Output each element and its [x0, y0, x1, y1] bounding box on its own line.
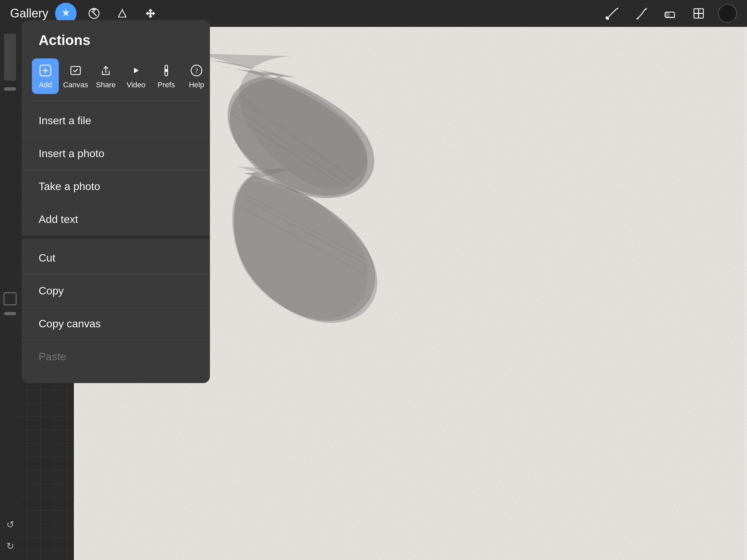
tab-canvas[interactable]: Canvas [62, 58, 89, 94]
toolbar-right [602, 4, 737, 23]
add-tab-icon [38, 63, 53, 78]
svg-rect-24 [165, 69, 168, 72]
actions-panel: Actions Add Canvas [22, 20, 210, 383]
copy-item[interactable]: Copy [22, 275, 210, 308]
color-picker[interactable] [718, 4, 737, 23]
svg-rect-22 [71, 66, 80, 75]
left-sidebar: ↺ ↻ [0, 27, 20, 560]
divider-top [32, 101, 200, 101]
brush-size-slider[interactable] [4, 33, 16, 81]
tab-help-label: Help [189, 81, 204, 89]
tab-add[interactable]: Add [32, 58, 59, 94]
menu-section-1: Insert a file Insert a photo Take a phot… [22, 104, 210, 236]
insert-file-item[interactable]: Insert a file [22, 104, 210, 137]
opacity-slider[interactable] [4, 312, 16, 315]
tab-help[interactable]: ? Help [183, 58, 210, 94]
size-indicator [4, 87, 16, 91]
redo-button[interactable]: ↻ [3, 538, 18, 553]
layers-tool-icon[interactable] [689, 4, 708, 23]
menu-section-2: Cut Copy Copy canvas Paste [22, 242, 210, 373]
tab-prefs-label: Prefs [157, 81, 175, 89]
add-text-item[interactable]: Add text [22, 203, 210, 236]
svg-rect-4 [665, 12, 670, 18]
svg-rect-7 [699, 9, 703, 14]
brush-tool-icon[interactable] [602, 4, 621, 23]
section-divider [22, 236, 210, 238]
copy-canvas-item[interactable]: Copy canvas [22, 308, 210, 341]
tab-video[interactable]: Video [123, 58, 150, 94]
canvas-tab-icon [68, 63, 83, 78]
tab-share[interactable]: Share [93, 58, 119, 94]
tab-add-label: Add [38, 81, 52, 89]
svg-line-1 [607, 9, 617, 18]
smudge-tool-icon[interactable] [632, 4, 650, 23]
cut-item[interactable]: Cut [22, 242, 210, 275]
help-tab-icon: ? [189, 63, 204, 78]
prefs-tab-icon [159, 63, 174, 78]
svg-rect-6 [694, 9, 699, 14]
svg-text:?: ? [195, 66, 198, 75]
svg-rect-9 [699, 14, 703, 18]
actions-title: Actions [22, 20, 210, 55]
actions-tabs: Add Canvas Share [22, 55, 210, 101]
tab-share-label: Share [96, 81, 116, 89]
svg-rect-8 [694, 14, 699, 18]
eraser-tool-icon[interactable] [660, 4, 679, 23]
gallery-button[interactable]: Gallery [10, 6, 48, 21]
share-tab-icon [98, 63, 113, 78]
paste-item[interactable]: Paste [22, 341, 210, 373]
tab-video-label: Video [127, 81, 146, 89]
undo-button[interactable]: ↺ [3, 517, 18, 532]
tab-canvas-label: Canvas [63, 81, 88, 89]
take-photo-item[interactable]: Take a photo [22, 170, 210, 203]
video-tab-icon [129, 63, 144, 78]
tab-prefs[interactable]: Prefs [153, 58, 180, 94]
insert-photo-item[interactable]: Insert a photo [22, 137, 210, 170]
shape-selector[interactable] [4, 292, 17, 305]
